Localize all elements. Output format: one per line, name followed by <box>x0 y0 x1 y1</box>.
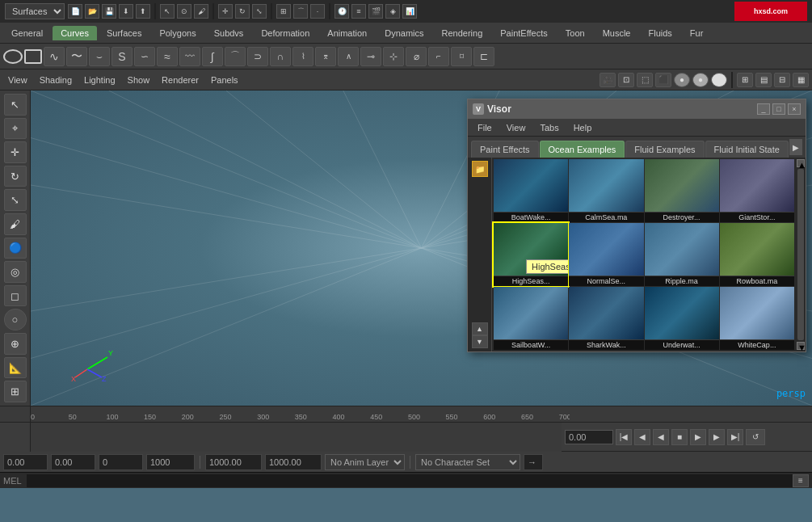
tab-subdvs[interactable]: Subdvs <box>206 26 252 40</box>
next-frame-button[interactable]: ▶ <box>709 429 725 445</box>
open-file-icon[interactable]: 📂 <box>85 4 99 19</box>
camera-icon[interactable]: 🎥 <box>600 73 616 87</box>
tab-fluids[interactable]: Fluids <box>640 26 679 40</box>
visor-scrollbar[interactable]: ▲ ▼ <box>796 158 806 352</box>
tab-polygons[interactable]: Polygons <box>151 26 204 40</box>
tab-general[interactable]: General <box>3 26 51 40</box>
list-item[interactable]: BoatWake... <box>494 159 568 222</box>
layout-icon[interactable]: ▤ <box>755 73 772 87</box>
scroll-up-arrow[interactable]: ▲ <box>797 159 805 167</box>
save-file-icon[interactable]: 💾 <box>102 4 116 19</box>
view-menu[interactable]: View <box>3 74 32 86</box>
tab-toon[interactable]: Toon <box>557 26 593 40</box>
lasso-icon[interactable]: ⊙ <box>177 4 191 19</box>
hypershade-icon[interactable]: ◈ <box>385 4 400 19</box>
tab-curves[interactable]: Curves <box>53 26 97 40</box>
scroll-thumb[interactable] <box>797 169 804 340</box>
visor-tab-fluid[interactable]: Fluid Examples <box>625 141 704 158</box>
prev-frame-button[interactable]: ◀ <box>634 429 650 445</box>
visor-tab-ocean[interactable]: Ocean Examples <box>540 141 625 158</box>
maximize-button[interactable]: □ <box>772 103 785 115</box>
scale-tool[interactable]: ⤡ <box>4 189 27 211</box>
list-item[interactable]: SailboatW... <box>494 287 568 350</box>
minimize-button[interactable]: _ <box>757 103 770 115</box>
visor-scroll-down[interactable]: ▼ <box>472 335 488 348</box>
tab-rendering[interactable]: Rendering <box>434 26 491 40</box>
visor-file-menu[interactable]: File <box>471 121 499 134</box>
tab-fur[interactable]: Fur <box>682 26 712 40</box>
list-item[interactable]: NormalSe... <box>569 223 643 286</box>
curve-tool6[interactable]: ≈ <box>157 47 178 66</box>
curve-tool8[interactable]: ∫ <box>202 47 223 66</box>
place-tool[interactable]: ⊕ <box>4 333 27 355</box>
play-forward-button[interactable]: ▶ <box>690 429 706 445</box>
viewport[interactable]: Y X Z persp V Visor _ □ × <box>31 91 812 406</box>
visor-folder-icon[interactable]: 📁 <box>472 161 488 177</box>
visor-tabs-menu[interactable]: Tabs <box>533 121 565 134</box>
visor-scroll-up[interactable]: ▲ <box>472 322 488 335</box>
move-icon[interactable]: ✛ <box>218 4 233 19</box>
show-menu[interactable]: Show <box>123 74 155 86</box>
curve-tool18[interactable]: ⌐ <box>428 47 449 66</box>
snap-curve-icon[interactable]: ⌒ <box>293 4 308 19</box>
curve-tool16[interactable]: ⊹ <box>383 47 404 66</box>
tab-surfaces[interactable]: Surfaces <box>99 26 149 40</box>
visor-help-menu[interactable]: Help <box>567 121 599 134</box>
wire-icon[interactable]: ⬚ <box>637 73 653 87</box>
light-icon[interactable]: ● <box>692 73 709 87</box>
list-item[interactable]: GiantStor... <box>720 159 794 222</box>
list-item[interactable]: CalmSea.ma <box>569 159 643 222</box>
list-item[interactable]: WhiteCap... <box>720 287 794 350</box>
curve-tool13[interactable]: ⌆ <box>315 47 336 66</box>
move-tool[interactable]: ✛ <box>4 141 27 163</box>
list-item[interactable]: Ripple.ma <box>645 223 719 286</box>
grid-tool[interactable]: ⊞ <box>4 381 27 402</box>
render-icon[interactable]: 🎬 <box>368 4 383 19</box>
tab-deformation[interactable]: Deformation <box>253 26 318 40</box>
attr-icon[interactable]: ≡ <box>351 4 366 19</box>
curve-tool19[interactable]: ⌑ <box>451 47 472 66</box>
script-editor-button[interactable]: ≡ <box>793 474 809 487</box>
curve-tool1[interactable]: ∿ <box>44 47 65 66</box>
soft-select-tool[interactable]: ◎ <box>4 261 27 283</box>
curve-tool20[interactable]: ⊏ <box>473 47 494 66</box>
circle-tool[interactable]: ○ <box>4 309 27 330</box>
curve-tool15[interactable]: ⊸ <box>360 47 381 66</box>
sculpt-tool[interactable]: 🔵 <box>4 238 27 259</box>
texture-icon[interactable]: ● <box>674 73 690 87</box>
graph-icon[interactable]: 📊 <box>402 4 417 19</box>
list-item[interactable]: Destroyer... <box>645 159 719 222</box>
paint-tool[interactable]: 🖌 <box>4 213 27 235</box>
new-file-icon[interactable]: 📄 <box>68 4 82 19</box>
visor-tab-initial[interactable]: Fluid Initial State <box>705 141 789 158</box>
list-item[interactable]: Underwat... <box>645 287 719 350</box>
curve-tool17[interactable]: ⌀ <box>406 47 427 66</box>
curve-tool10[interactable]: ⊃ <box>247 47 268 66</box>
scale-icon[interactable]: ⤡ <box>252 4 267 19</box>
create-tool[interactable]: ◻ <box>4 285 27 307</box>
stop-button[interactable]: ■ <box>671 429 688 445</box>
export-icon[interactable]: ⬆ <box>136 4 150 19</box>
anim-layer-dropdown[interactable]: No Anim Layer <box>325 454 405 470</box>
smooth-icon[interactable]: ⬛ <box>655 73 671 87</box>
character-set-dropdown[interactable]: No Character Set <box>415 454 520 470</box>
shading-menu[interactable]: Shading <box>35 74 77 86</box>
measure-tool[interactable]: 📐 <box>4 357 27 379</box>
list-item[interactable]: SharkWak... <box>569 287 643 350</box>
renderer-menu[interactable]: Renderer <box>157 74 204 86</box>
workspace-dropdown[interactable]: Surfaces <box>5 3 65 19</box>
mel-input[interactable] <box>27 474 793 487</box>
curve-tool2[interactable]: 〜 <box>66 47 87 66</box>
render2-icon[interactable]: ▦ <box>793 73 809 87</box>
paint-icon[interactable]: 🖌 <box>194 4 208 19</box>
shade2-icon[interactable]: ● <box>711 73 727 87</box>
play-back-button[interactable]: ◀ <box>653 429 669 445</box>
rect-tool[interactable] <box>24 49 42 64</box>
jump-start-button[interactable]: |◀ <box>616 429 632 445</box>
select-tool[interactable]: ↖ <box>4 94 27 116</box>
select-icon[interactable]: ↖ <box>160 4 175 19</box>
list-item[interactable]: Rowboat.ma <box>720 223 794 286</box>
tab-dynamics[interactable]: Dynamics <box>377 26 431 40</box>
curve-tool7[interactable]: 〰 <box>179 47 200 66</box>
ellipse-tool[interactable] <box>3 49 23 64</box>
